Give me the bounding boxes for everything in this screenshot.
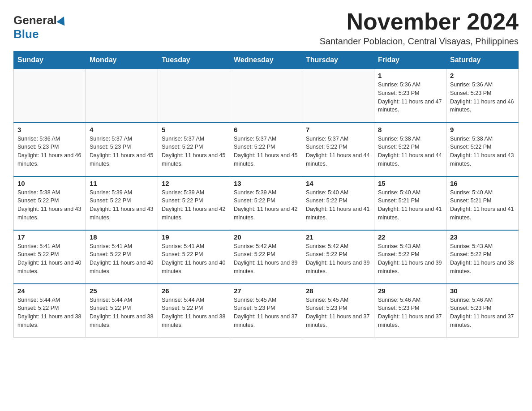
day-info: Sunrise: 5:37 AMSunset: 5:22 PMDaylight:… (162, 135, 226, 168)
day-info: Sunrise: 5:38 AMSunset: 5:22 PMDaylight:… (450, 135, 515, 168)
logo-general-text: General (13, 13, 57, 27)
calendar-cell: 4Sunrise: 5:37 AMSunset: 5:23 PMDaylight… (86, 123, 158, 176)
day-info: Sunrise: 5:41 AMSunset: 5:22 PMDaylight:… (90, 242, 154, 276)
day-info: Sunrise: 5:42 AMSunset: 5:22 PMDaylight:… (306, 242, 370, 276)
day-info: Sunrise: 5:42 AMSunset: 5:22 PMDaylight:… (234, 242, 298, 276)
calendar-cell: 25Sunrise: 5:44 AMSunset: 5:22 PMDayligh… (86, 284, 158, 338)
logo-triangle-icon (56, 14, 68, 26)
calendar-cell: 15Sunrise: 5:40 AMSunset: 5:21 PMDayligh… (374, 176, 446, 230)
day-number: 1 (378, 72, 442, 79)
day-info: Sunrise: 5:46 AMSunset: 5:23 PMDaylight:… (378, 296, 442, 330)
day-number: 15 (378, 180, 442, 187)
day-info: Sunrise: 5:44 AMSunset: 5:22 PMDaylight:… (90, 296, 154, 330)
calendar-cell: 18Sunrise: 5:41 AMSunset: 5:22 PMDayligh… (86, 230, 158, 284)
day-number: 14 (306, 180, 370, 187)
day-info: Sunrise: 5:41 AMSunset: 5:22 PMDaylight:… (17, 242, 82, 276)
day-number: 30 (450, 287, 515, 295)
calendar-cell (86, 69, 158, 123)
calendar-cell: 22Sunrise: 5:43 AMSunset: 5:22 PMDayligh… (374, 230, 446, 284)
day-number: 28 (306, 287, 370, 295)
calendar-cell (302, 69, 374, 123)
title-area: November 2024 Santander Poblacion, Centr… (320, 9, 519, 47)
day-info: Sunrise: 5:44 AMSunset: 5:22 PMDaylight:… (17, 296, 82, 330)
calendar-cell: 17Sunrise: 5:41 AMSunset: 5:22 PMDayligh… (14, 230, 86, 284)
day-number: 7 (306, 126, 370, 133)
day-number: 23 (450, 233, 515, 241)
day-number: 9 (450, 126, 515, 133)
calendar-cell (14, 69, 86, 123)
calendar-week-row-4: 17Sunrise: 5:41 AMSunset: 5:22 PMDayligh… (14, 230, 519, 284)
day-info: Sunrise: 5:40 AMSunset: 5:21 PMDaylight:… (378, 188, 442, 222)
main-title: November 2024 (320, 9, 519, 34)
calendar-cell: 28Sunrise: 5:45 AMSunset: 5:23 PMDayligh… (302, 284, 374, 338)
calendar-header-row: SundayMondayTuesdayWednesdayThursdayFrid… (14, 51, 519, 69)
calendar-header-tuesday: Tuesday (158, 51, 230, 69)
calendar-cell: 10Sunrise: 5:38 AMSunset: 5:22 PMDayligh… (14, 176, 86, 230)
calendar-cell: 23Sunrise: 5:43 AMSunset: 5:22 PMDayligh… (446, 230, 519, 284)
day-number: 2 (450, 72, 515, 79)
day-info: Sunrise: 5:37 AMSunset: 5:23 PMDaylight:… (90, 135, 154, 168)
calendar: SundayMondayTuesdayWednesdayThursdayFrid… (13, 51, 519, 338)
calendar-cell: 29Sunrise: 5:46 AMSunset: 5:23 PMDayligh… (374, 284, 446, 338)
day-number: 22 (378, 233, 442, 241)
day-info: Sunrise: 5:38 AMSunset: 5:22 PMDaylight:… (378, 135, 442, 168)
calendar-cell: 21Sunrise: 5:42 AMSunset: 5:22 PMDayligh… (302, 230, 374, 284)
calendar-cell: 30Sunrise: 5:46 AMSunset: 5:23 PMDayligh… (446, 284, 519, 338)
day-number: 24 (17, 287, 82, 295)
day-info: Sunrise: 5:45 AMSunset: 5:23 PMDaylight:… (234, 296, 298, 330)
calendar-cell: 7Sunrise: 5:37 AMSunset: 5:22 PMDaylight… (302, 123, 374, 176)
day-info: Sunrise: 5:39 AMSunset: 5:22 PMDaylight:… (162, 188, 226, 222)
day-info: Sunrise: 5:40 AMSunset: 5:22 PMDaylight:… (306, 188, 370, 222)
day-info: Sunrise: 5:36 AMSunset: 5:23 PMDaylight:… (378, 81, 442, 114)
day-number: 26 (162, 287, 226, 295)
day-info: Sunrise: 5:41 AMSunset: 5:22 PMDaylight:… (162, 242, 226, 276)
calendar-cell: 12Sunrise: 5:39 AMSunset: 5:22 PMDayligh… (158, 176, 230, 230)
calendar-header-monday: Monday (86, 51, 158, 69)
day-number: 8 (378, 126, 442, 133)
day-number: 17 (17, 233, 82, 241)
calendar-cell: 9Sunrise: 5:38 AMSunset: 5:22 PMDaylight… (446, 123, 519, 176)
day-number: 16 (450, 180, 515, 187)
day-number: 27 (234, 287, 298, 295)
header: General Blue November 2024 Santander Pob… (13, 9, 519, 47)
day-info: Sunrise: 5:44 AMSunset: 5:22 PMDaylight:… (162, 296, 226, 330)
day-info: Sunrise: 5:43 AMSunset: 5:22 PMDaylight:… (450, 242, 515, 276)
day-number: 19 (162, 233, 226, 241)
calendar-header-thursday: Thursday (302, 51, 374, 69)
day-number: 25 (90, 287, 154, 295)
calendar-cell: 27Sunrise: 5:45 AMSunset: 5:23 PMDayligh… (230, 284, 302, 338)
day-number: 12 (162, 180, 226, 187)
day-number: 6 (234, 126, 298, 133)
calendar-cell: 11Sunrise: 5:39 AMSunset: 5:22 PMDayligh… (86, 176, 158, 230)
calendar-cell: 1Sunrise: 5:36 AMSunset: 5:23 PMDaylight… (374, 69, 446, 123)
calendar-cell: 6Sunrise: 5:37 AMSunset: 5:22 PMDaylight… (230, 123, 302, 176)
logo-blue-text: Blue (13, 27, 39, 41)
calendar-cell: 19Sunrise: 5:41 AMSunset: 5:22 PMDayligh… (158, 230, 230, 284)
day-info: Sunrise: 5:45 AMSunset: 5:23 PMDaylight:… (306, 296, 370, 330)
day-info: Sunrise: 5:36 AMSunset: 5:23 PMDaylight:… (17, 135, 82, 168)
calendar-cell (158, 69, 230, 123)
day-info: Sunrise: 5:37 AMSunset: 5:22 PMDaylight:… (306, 135, 370, 168)
day-number: 11 (90, 180, 154, 187)
calendar-cell: 24Sunrise: 5:44 AMSunset: 5:22 PMDayligh… (14, 284, 86, 338)
calendar-week-row-1: 1Sunrise: 5:36 AMSunset: 5:23 PMDaylight… (14, 69, 519, 123)
subtitle: Santander Poblacion, Central Visayas, Ph… (320, 36, 519, 47)
day-number: 5 (162, 126, 226, 133)
day-number: 4 (90, 126, 154, 133)
calendar-cell: 16Sunrise: 5:40 AMSunset: 5:21 PMDayligh… (446, 176, 519, 230)
day-number: 10 (17, 180, 82, 187)
calendar-cell: 5Sunrise: 5:37 AMSunset: 5:22 PMDaylight… (158, 123, 230, 176)
calendar-week-row-2: 3Sunrise: 5:36 AMSunset: 5:23 PMDaylight… (14, 123, 519, 176)
calendar-cell: 20Sunrise: 5:42 AMSunset: 5:22 PMDayligh… (230, 230, 302, 284)
day-number: 3 (17, 126, 82, 133)
day-info: Sunrise: 5:38 AMSunset: 5:22 PMDaylight:… (17, 188, 82, 222)
calendar-cell: 2Sunrise: 5:36 AMSunset: 5:23 PMDaylight… (446, 69, 519, 123)
day-number: 21 (306, 233, 370, 241)
day-number: 29 (378, 287, 442, 295)
calendar-cell: 14Sunrise: 5:40 AMSunset: 5:22 PMDayligh… (302, 176, 374, 230)
day-info: Sunrise: 5:43 AMSunset: 5:22 PMDaylight:… (378, 242, 442, 276)
day-info: Sunrise: 5:36 AMSunset: 5:23 PMDaylight:… (450, 81, 515, 114)
calendar-cell: 26Sunrise: 5:44 AMSunset: 5:22 PMDayligh… (158, 284, 230, 338)
day-info: Sunrise: 5:39 AMSunset: 5:22 PMDaylight:… (234, 188, 298, 222)
calendar-week-row-5: 24Sunrise: 5:44 AMSunset: 5:22 PMDayligh… (14, 284, 519, 338)
